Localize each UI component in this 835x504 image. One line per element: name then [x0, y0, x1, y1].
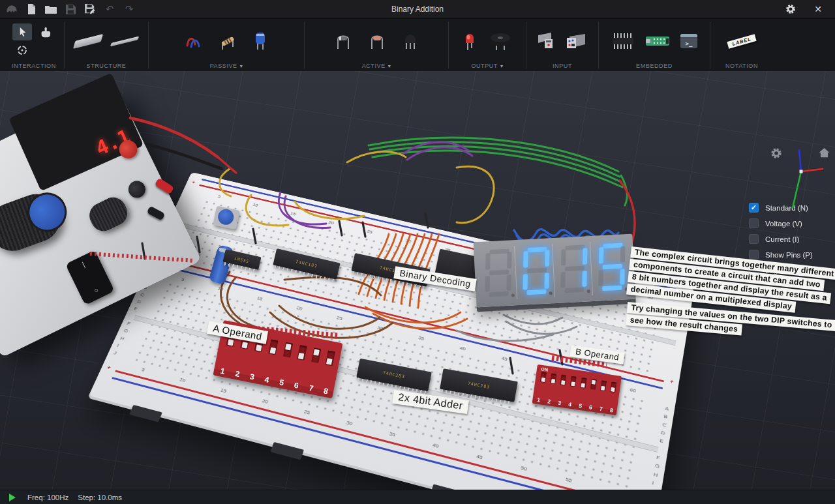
wire-icon[interactable]: [110, 36, 139, 46]
checkbox[interactable]: [749, 218, 759, 228]
dip-switch-lever[interactable]: [550, 374, 556, 384]
titlebar: ↶ ↷ Binary Addition ✕: [0, 0, 835, 19]
breadboard-icon[interactable]: [73, 34, 103, 49]
column-number: 55: [565, 477, 572, 484]
column-number: 10: [252, 202, 259, 207]
led-icon[interactable]: [463, 31, 476, 51]
negative-binding-post[interactable]: [126, 178, 149, 201]
undo-icon[interactable]: ↶: [103, 3, 116, 16]
column-number: 40: [432, 442, 439, 449]
column-number: 45: [501, 355, 508, 362]
toolbar-section-embedded: >_ EMBEDDED: [599, 19, 710, 71]
toolbar-section-input: INPUT: [526, 19, 598, 71]
dip-switch-lever[interactable]: [297, 345, 307, 361]
dip-switch-lever[interactable]: [570, 376, 577, 387]
resistor-icon[interactable]: [219, 33, 236, 50]
dip-switch-lever[interactable]: [540, 372, 547, 382]
capacitor-icon[interactable]: [253, 32, 267, 50]
view-option-show[interactable]: Show Pins (P): [749, 250, 826, 259]
passive-dropdown[interactable]: PASSIVE▾: [210, 63, 243, 69]
dip-number: 1: [220, 366, 226, 376]
column-number: 25: [366, 229, 372, 235]
checkbox[interactable]: [749, 234, 759, 244]
save-as-icon[interactable]: [84, 3, 97, 16]
row-letter: B: [663, 413, 668, 420]
dip-number: 3: [249, 372, 255, 381]
jumper-wires-icon[interactable]: [185, 33, 202, 50]
new-file-icon[interactable]: [25, 3, 38, 16]
power-rocker-switch[interactable]: ❘ ○: [65, 250, 115, 305]
dip-number: 8: [323, 386, 329, 396]
checkbox-checked[interactable]: ✓: [749, 203, 759, 213]
orbit-tool-icon[interactable]: [16, 44, 28, 56]
display-digit: [479, 246, 517, 301]
column-number: 20: [261, 398, 269, 404]
column-number: 15: [220, 387, 228, 394]
terminal-icon[interactable]: >_: [680, 34, 697, 48]
dip-switch-lever[interactable]: [560, 375, 567, 385]
statusbar: Freq: 100Hz Step: 10.0ms: [0, 490, 835, 504]
row-letter: G: [123, 328, 129, 334]
row-letter: J: [650, 488, 656, 490]
column-number: 30: [376, 325, 384, 332]
signal-diode-icon[interactable]: [369, 33, 385, 50]
diode-icon[interactable]: [335, 33, 351, 50]
dip-nub: [298, 353, 305, 359]
dip-number: 5: [579, 402, 583, 409]
dip-number: 2: [234, 369, 240, 379]
dip-switch-lever[interactable]: [311, 348, 321, 363]
dip-switch-lever[interactable]: [590, 379, 597, 389]
view-option-voltage[interactable]: Voltage (V): [749, 218, 826, 228]
rocker-on-mark: ❘: [80, 261, 87, 269]
current-knob[interactable]: [85, 193, 131, 235]
viewport-settings-icon[interactable]: [770, 147, 783, 160]
dip-number: 1: [537, 396, 541, 403]
dip-nub: [611, 387, 615, 392]
hand-tool-icon[interactable]: [40, 27, 51, 38]
checkbox[interactable]: [749, 250, 759, 259]
close-icon[interactable]: ✕: [812, 3, 825, 16]
save-icon[interactable]: [64, 3, 77, 16]
column-number: 10: [217, 286, 224, 291]
dip-switch-lever[interactable]: [610, 382, 616, 393]
label-sticker-icon[interactable]: LABEL: [727, 34, 756, 49]
power-supply-icon[interactable]: [537, 31, 559, 51]
segment-a: [603, 243, 622, 248]
dip-switch-lever[interactable]: [600, 380, 607, 391]
frequency-readout: Freq: 100Hz: [27, 494, 68, 501]
toolbar-section-active: ACTIVE▾: [305, 19, 448, 71]
select-tool-icon[interactable]: [12, 23, 32, 40]
dip-switch-lever[interactable]: [326, 350, 335, 366]
row-letter: F: [127, 321, 132, 327]
dropdown-caret-icon: ▾: [388, 63, 391, 69]
view-option-current[interactable]: Current (I): [749, 234, 826, 244]
buzzer-icon[interactable]: [489, 31, 511, 51]
dip-number: 8: [610, 407, 614, 413]
step-readout: Step: 10.0ms: [78, 494, 122, 501]
column-number: 60: [630, 387, 637, 393]
axis-gizmo[interactable]: [782, 144, 834, 213]
function-generator-icon[interactable]: [566, 31, 588, 51]
microcontroller-board-icon[interactable]: [645, 34, 670, 48]
open-folder-icon[interactable]: [44, 3, 57, 16]
settings-gear-icon[interactable]: [784, 3, 797, 16]
active-dropdown[interactable]: ACTIVE▾: [362, 63, 391, 69]
scene-viewport[interactable]: ++ 51015202530354045505560 ++ 5101520253…: [0, 71, 835, 490]
dip-nub: [581, 383, 585, 387]
dip-number: 4: [568, 401, 572, 408]
decimal-point: [549, 291, 553, 295]
dip-nub: [561, 380, 565, 385]
dip-switch-lever[interactable]: [283, 342, 293, 358]
row-letter: H: [653, 471, 658, 479]
play-button[interactable]: [9, 494, 16, 501]
dip-switch-lever[interactable]: [269, 340, 279, 355]
dip-chip-icon[interactable]: [611, 33, 635, 50]
dip-switch-lever[interactable]: [580, 378, 586, 388]
toolbar-section-passive: PASSIVE▾: [149, 19, 304, 71]
redo-icon[interactable]: ↷: [123, 3, 136, 16]
transistor-icon[interactable]: [403, 33, 418, 50]
row-letter: E: [133, 306, 139, 312]
output-dropdown[interactable]: OUTPUT▾: [471, 63, 503, 69]
segment-d: [526, 289, 546, 295]
row-letter: E: [660, 437, 664, 444]
